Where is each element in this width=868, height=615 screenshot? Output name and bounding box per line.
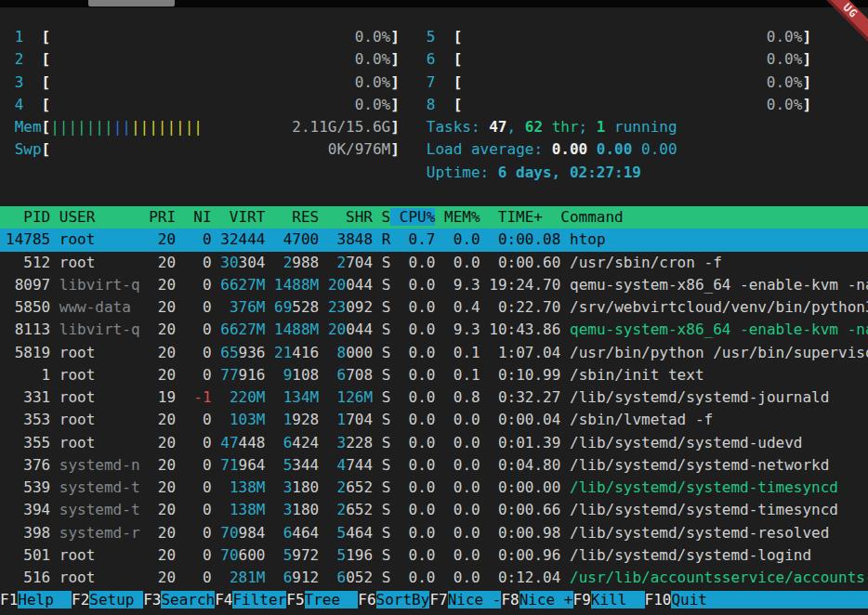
cell-ni: 0: [185, 501, 212, 518]
cell-time: 0:00.60: [489, 254, 560, 271]
cell-cpu: 0.0: [400, 366, 436, 384]
process-row-394[interactable]: 394 systemd-t 20 0 138M 3180 2652 S 0.0 …: [0, 499, 868, 521]
cell-time: 0:12.04: [489, 569, 560, 586]
process-row-14785[interactable]: 14785 root 20 0 32444 4700 3848 R 0.7 0.…: [0, 229, 868, 251]
cell-pid: 512: [6, 254, 50, 271]
cpu-meter-label-3: 3: [15, 73, 24, 91]
cell-res: 21: [274, 344, 292, 361]
cell-mem: 9.3: [444, 321, 480, 338]
cell-pri: 20: [149, 456, 176, 474]
fn-label-setup[interactable]: Setup: [89, 591, 143, 608]
cell-pid: 353: [6, 411, 50, 428]
cell-res: 3: [274, 478, 292, 496]
cell-state: S: [382, 524, 391, 542]
cell-shr: 6: [328, 569, 346, 586]
cell-mem: 0.0: [444, 456, 480, 474]
process-row-376[interactable]: 376 systemd-n 20 0 71964 5344 4744 S 0.0…: [0, 454, 868, 477]
process-row-5819[interactable]: 5819 root 20 0 65936 21416 8000 S 0.0 0.…: [0, 342, 868, 364]
cpu-meter-row-4-8: 4 [ 0.0%] 8 [ 0.0%]: [0, 94, 868, 116]
fn-label-help[interactable]: Help: [18, 591, 72, 608]
fn-key-F4[interactable]: F4: [215, 591, 232, 608]
cell-user: root: [59, 254, 140, 271]
cpu-meter-label-6: 6: [427, 50, 436, 68]
cell-command: /lib/systemd/systemd-timesyncd: [570, 501, 838, 518]
cell-res: 5: [274, 456, 292, 474]
cell-shr: 4: [328, 456, 346, 474]
mem-meter-row: Mem[||||||||||||||||| 2.11G/15.6G] Tasks…: [0, 116, 868, 138]
fn-label-sortby[interactable]: SortBy: [376, 591, 430, 608]
sort-column-header-cpu[interactable]: CPU%: [390, 208, 435, 226]
cell-pri: 20: [149, 501, 176, 518]
fn-key-F2[interactable]: F2: [72, 591, 89, 608]
fn-label-tree[interactable]: Tree: [305, 591, 359, 608]
process-row-501[interactable]: 501 root 20 0 70600 5972 5196 S 0.0 0.0 …: [0, 544, 868, 567]
fn-key-F3[interactable]: F3: [143, 591, 161, 608]
cell-virt: 32: [220, 230, 238, 248]
load-average-label: Load average:: [427, 140, 552, 158]
fn-label-filter[interactable]: Filter: [232, 591, 286, 608]
cell-ni: 0: [185, 478, 212, 496]
cell-ni: 0: [185, 434, 212, 451]
cell-pid: 1: [6, 366, 50, 384]
cell-shr: 3: [328, 230, 346, 248]
cell-command: /usr/sbin/cron -f: [570, 254, 722, 271]
cell-res: 69: [274, 298, 292, 316]
fn-key-F6[interactable]: F6: [358, 591, 375, 608]
fn-key-F9[interactable]: F9: [573, 591, 591, 608]
process-row-8097[interactable]: 8097 libvirt-q 20 0 6627M 1488M 20044 S …: [0, 274, 868, 296]
cell-state: S: [382, 501, 391, 518]
cell-pri: 20: [149, 321, 176, 338]
process-row-398[interactable]: 398 systemd-r 20 0 70984 6464 5464 S 0.0…: [0, 522, 868, 544]
cell-shr: 20: [328, 276, 346, 294]
cell-pid: 376: [6, 456, 50, 474]
process-row-355[interactable]: 355 root 20 0 47448 6424 3228 S 0.0 0.0 …: [0, 432, 868, 454]
fn-key-F10[interactable]: F10: [645, 591, 672, 608]
cell-state: S: [382, 254, 391, 271]
cell-state: S: [382, 298, 391, 316]
cell-pri: 20: [149, 230, 176, 248]
fn-label-nice-[interactable]: Nice +: [519, 591, 573, 608]
cell-command: /lib/systemd/systemd-timesyncd: [570, 478, 838, 496]
cell-time: 0:00.98: [489, 524, 560, 542]
cell-command: /lib/systemd/systemd-journald: [570, 388, 829, 406]
process-row-5850[interactable]: 5850 www-data 20 0 376M 69528 23092 S 0.…: [0, 296, 868, 319]
fn-label-nice-[interactable]: Nice -: [448, 591, 502, 608]
cell-mem: 0.0: [444, 501, 480, 518]
cell-time: 0:01.39: [489, 434, 560, 451]
cpu-meter-label-4: 4: [15, 96, 24, 113]
cell-res: 9: [274, 366, 292, 384]
process-row-8113[interactable]: 8113 libvirt-q 20 0 6627M 1488M 20044 S …: [0, 319, 868, 341]
fn-label-quit[interactable]: Quit: [671, 591, 868, 608]
cell-cpu: 0.0: [400, 276, 436, 294]
uptime-value: 6 days, 02:27:19: [498, 164, 641, 181]
cell-user: root: [59, 388, 140, 406]
cell-time: 0:00.96: [489, 546, 560, 564]
cell-res: 1: [274, 411, 292, 428]
cell-virt: 103M: [220, 411, 265, 428]
cell-virt: 376M: [220, 298, 265, 316]
process-row-353[interactable]: 353 root 20 0 103M 1928 1704 S 0.0 0.0 0…: [0, 409, 868, 431]
fn-label-search[interactable]: Search: [161, 591, 215, 608]
cell-virt: 138M: [220, 478, 265, 496]
terminal-content: 1 [ 0.0%] 5 [ 0.0%] 2 [ 0.0%] 6 [ 0.0%] …: [0, 26, 868, 612]
process-row-539[interactable]: 539 systemd-t 20 0 138M 3180 2652 S 0.0 …: [0, 477, 868, 499]
fn-label-kill[interactable]: Kill: [591, 591, 645, 608]
fn-key-F7[interactable]: F7: [429, 591, 447, 608]
cpu-meter-value-8: 0.0%: [767, 96, 803, 113]
process-row-1[interactable]: 1 root 20 0 77916 9108 6708 S 0.0 0.1 0:…: [0, 364, 868, 386]
window-drag-handle[interactable]: [88, 0, 175, 7]
fn-key-F5[interactable]: F5: [286, 591, 304, 608]
process-row-516[interactable]: 516 root 20 0 281M 6912 6052 S 0.0 0.0 0…: [0, 567, 868, 589]
cell-command: /lib/systemd/systemd-resolved: [570, 524, 829, 542]
cell-ni: 0: [185, 569, 212, 586]
cell-mem: 0.1: [444, 344, 480, 361]
cpu-meter-value-5: 0.0%: [767, 28, 803, 46]
process-row-331[interactable]: 331 root 19 -1 220M 134M 126M S 0.0 0.8 …: [0, 386, 868, 409]
process-row-512[interactable]: 512 root 20 0 30304 2988 2704 S 0.0 0.0 …: [0, 252, 868, 274]
cell-cpu: 0.0: [400, 298, 436, 316]
fn-key-F1[interactable]: F1: [0, 591, 18, 608]
fn-key-F8[interactable]: F8: [501, 591, 519, 608]
cell-mem: 0.0: [444, 569, 480, 586]
mem-meter-value: 2.11G/15.6G: [292, 118, 390, 136]
cell-pid: 501: [6, 546, 50, 564]
